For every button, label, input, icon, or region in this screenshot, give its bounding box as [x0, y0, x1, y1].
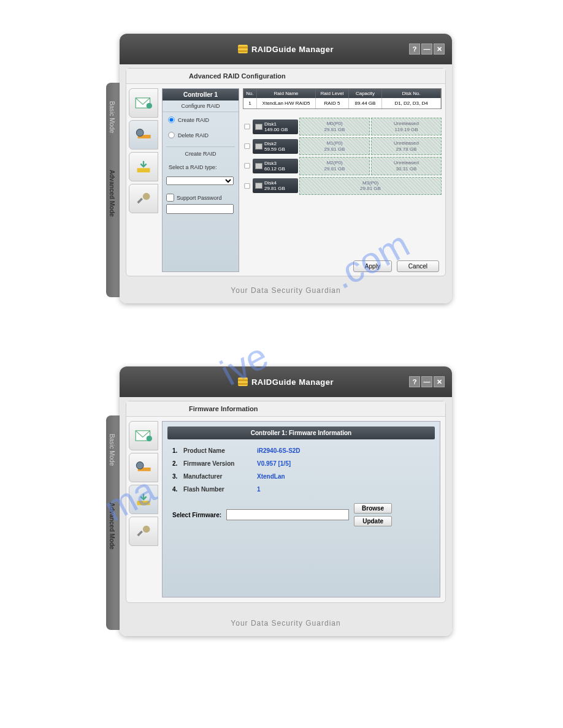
svg-point-3 [136, 129, 144, 137]
nav-raid-tab[interactable] [129, 120, 158, 150]
wrench-gear-icon [135, 191, 152, 206]
raid-table: No. Raid Name Raid Level Capacity Disk N… [243, 88, 442, 109]
firmware-path-input[interactable] [226, 509, 349, 520]
cell-name: XtendLan H/W RAID5 [257, 98, 316, 108]
nav-raid-tab[interactable] [129, 453, 158, 482]
help-button[interactable]: ? [409, 44, 420, 55]
col-disk: Disk No. [382, 89, 441, 98]
row-value: iR2940-6S-S2D [257, 447, 430, 454]
nav-mail-tab[interactable] [129, 421, 158, 450]
create-raid-radio[interactable]: Create RAID [163, 112, 239, 127]
disk-label: Disk259.59 GB [253, 139, 298, 154]
disk-partition[interactable]: M3(P0)29.81 GB [299, 177, 442, 195]
cancel-button[interactable]: Cancel [397, 260, 439, 272]
nav-tools-tab[interactable] [129, 184, 158, 213]
disk-partition[interactable]: M1(P0)29.81 GB [299, 137, 370, 155]
nav-drive-tab[interactable] [129, 152, 158, 181]
disk-partition[interactable]: M2(P0)29.81 GB [299, 157, 370, 175]
content-area: Advanced RAID Configuration Controller 1… [126, 68, 446, 276]
col-name: Raid Name [257, 89, 316, 98]
support-password-check[interactable] [166, 194, 174, 202]
advanced-mode-tab[interactable]: Advanced Mode [106, 484, 118, 568]
create-raid-input[interactable] [168, 116, 174, 123]
update-button[interactable]: Update [354, 516, 392, 526]
drive-arrow-icon [135, 159, 152, 174]
svg-rect-10 [137, 501, 150, 505]
row-num: 2. [172, 460, 183, 467]
app-title: RAIDGuide Manager [251, 377, 334, 387]
section-title: Firmware Information [126, 401, 445, 417]
disk-checkbox[interactable] [244, 124, 250, 129]
cell-level: RAID 5 [316, 98, 349, 108]
disk-partition[interactable]: Unreleased30.31 GB [371, 157, 442, 175]
nav-drive-tab[interactable] [129, 485, 158, 514]
disk-label: Disk429.81 GB [253, 178, 298, 193]
raid-config-window: RAIDGuide Manager ? — ✕ Advanced RAID Co… [120, 34, 452, 303]
delete-raid-radio[interactable]: Delete RAID [163, 127, 239, 143]
footer-slogan: Your Data Security Guardian [120, 286, 452, 295]
firmware-row: 4.Flash Number1 [167, 483, 435, 496]
disk-partition[interactable]: Unreleased29.78 GB [371, 137, 442, 155]
row-num: 4. [172, 486, 183, 493]
minimize-button[interactable]: — [421, 44, 432, 55]
firmware-panel: Controller 1: Firmware Information 1.Pro… [162, 421, 440, 597]
nav-mail-tab[interactable] [129, 88, 158, 118]
firmware-window: RAIDGuide Manager ? — ✕ Firmware Informa… [120, 366, 452, 636]
drive-arrow-icon [135, 492, 152, 507]
gear-disk-icon [135, 127, 152, 142]
titlebar: RAIDGuide Manager ? — ✕ [120, 366, 452, 397]
disk-checkbox[interactable] [244, 163, 250, 169]
col-no: No. [243, 89, 257, 98]
disk-checkbox[interactable] [244, 143, 250, 149]
disk-label: Disk1149.00 GB [253, 119, 298, 134]
app-logo-icon [238, 377, 248, 386]
svg-point-9 [136, 462, 144, 469]
disk-icon [255, 124, 262, 130]
svg-point-5 [143, 193, 150, 200]
app-logo-icon [238, 45, 248, 53]
basic-mode-tab[interactable]: Basic Mode [106, 415, 118, 484]
row-num: 1. [172, 447, 183, 454]
disk-row: Disk259.59 GBM1(P0)29.81 GBUnreleased29.… [243, 137, 442, 155]
col-cap: Capacity [349, 89, 382, 98]
close-button[interactable]: ✕ [434, 44, 445, 55]
browse-button[interactable]: Browse [354, 503, 392, 514]
disk-partition[interactable]: M0(P0)29.81 GB [299, 118, 370, 135]
col-level: Raid Level [316, 89, 349, 98]
disk-partition[interactable]: Unreleased119.19 GB [371, 118, 442, 135]
help-button[interactable]: ? [409, 376, 420, 387]
cell-disk: D1, D2, D3, D4 [382, 98, 441, 108]
raid-type-select[interactable] [166, 176, 234, 185]
disk-label: Disk360.12 GB [253, 159, 298, 173]
minimize-button[interactable]: — [421, 376, 432, 387]
cell-cap: 89.44 GB [349, 98, 382, 108]
svg-point-1 [147, 103, 152, 108]
envelope-icon [135, 96, 152, 110]
raid-info-panel: No. Raid Name Raid Level Capacity Disk N… [243, 88, 442, 195]
row-label: Firmware Version [183, 460, 257, 467]
basic-mode-tab[interactable]: Basic Mode [106, 83, 118, 151]
configure-raid-label: Configure RAID [163, 100, 239, 112]
svg-point-11 [143, 526, 150, 533]
content-area: Firmware Information Controller 1: Firmw… [126, 401, 446, 603]
wrench-gear-icon [135, 524, 152, 539]
row-label: Product Name [183, 447, 257, 454]
create-raid-box-label: Create RAID [166, 146, 235, 159]
delete-raid-input[interactable] [168, 132, 174, 138]
close-button[interactable]: ✕ [434, 376, 445, 387]
select-firmware-label: Select Firmware: [172, 512, 221, 518]
disk-checkbox[interactable] [244, 183, 250, 189]
controller-header: Controller 1 [163, 89, 239, 100]
nav-tools-tab[interactable] [129, 517, 158, 546]
row-value: 1 [257, 486, 430, 493]
password-input[interactable] [166, 204, 234, 214]
row-label: Flash Number [183, 486, 257, 493]
disk-row: Disk1149.00 GBM0(P0)29.81 GBUnreleased11… [243, 118, 442, 135]
config-panel: Controller 1 Configure RAID Create RAID … [162, 88, 239, 272]
disk-icon [255, 143, 262, 150]
section-title: Advanced RAID Configuration [126, 69, 445, 84]
footer-slogan: Your Data Security Guardian [120, 619, 452, 628]
disk-row: Disk429.81 GBM3(P0)29.81 GB [243, 177, 442, 195]
advanced-mode-tab[interactable]: Advanced Mode [106, 151, 118, 235]
apply-button[interactable]: Apply [353, 260, 392, 272]
